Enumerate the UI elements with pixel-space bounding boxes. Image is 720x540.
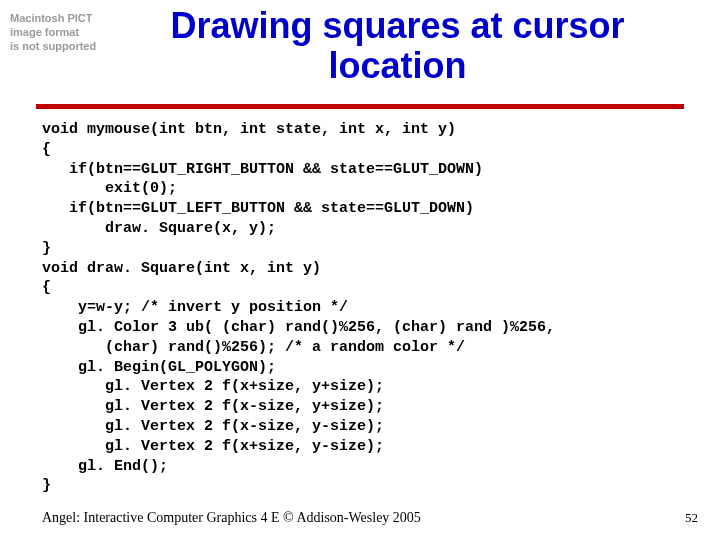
- page-number: 52: [685, 510, 698, 526]
- footer-citation: Angel: Interactive Computer Graphics 4 E…: [42, 510, 421, 526]
- slide: Macintosh PICT image format is not suppo…: [0, 0, 720, 540]
- placeholder-line: image format: [10, 26, 105, 40]
- placeholder-line: Macintosh PICT: [10, 12, 105, 26]
- code-block: void mymouse(int btn, int state, int x, …: [42, 120, 684, 496]
- slide-title: Drawing squares at cursor location: [115, 6, 680, 85]
- placeholder-line: is not supported: [10, 40, 105, 54]
- title-divider: [36, 104, 684, 109]
- missing-image-placeholder: Macintosh PICT image format is not suppo…: [10, 12, 105, 53]
